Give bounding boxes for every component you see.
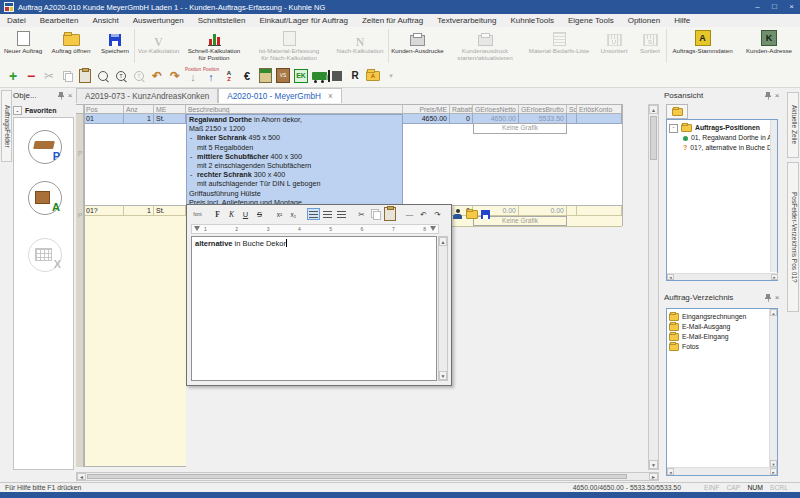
row1-erloeskonto-cell[interactable] — [577, 114, 622, 124]
scroll-thumb[interactable] — [87, 474, 627, 479]
row1-beschreibung-cell[interactable]: Regalwand Dorthe in Ahorn dekor, Maß 215… — [186, 114, 403, 206]
hobelbank-position-button[interactable]: P — [28, 130, 62, 164]
kunden-ausdrucke-button[interactable]: Kunden-Ausdrucke — [388, 29, 446, 63]
close-panel-icon[interactable]: × — [772, 293, 782, 302]
artikel-button[interactable]: A — [28, 181, 62, 215]
list-vertical-scrollbar[interactable]: ▲ ▼ — [769, 309, 777, 467]
vs-schrank-button[interactable]: VS — [274, 66, 292, 86]
row2-schl-cell[interactable] — [567, 206, 577, 216]
posansicht-folder-button[interactable] — [666, 104, 688, 119]
tab-a2020-010[interactable]: A2020-010 - MeyerGmbH× — [218, 88, 342, 103]
row1-schl-cell[interactable] — [567, 114, 577, 124]
row2-anz-cell[interactable]: 1 — [124, 206, 154, 216]
collapse-button[interactable]: - — [13, 106, 22, 115]
neuer-auftrag-button[interactable]: Neuer Auftrag — [0, 29, 46, 63]
kosten-button[interactable] — [256, 66, 274, 86]
minimize-button[interactable]: – — [749, 0, 766, 14]
auftrag-oeffnen-button[interactable]: Auftrag öffnen — [46, 29, 96, 63]
sort-az-button[interactable]: AZ — [220, 66, 238, 86]
remove-button[interactable]: − — [22, 66, 40, 86]
scroll-thumb[interactable] — [650, 116, 657, 160]
schnell-kalkulation-button[interactable]: Schnell-Kalkulation für Position — [182, 29, 246, 63]
indent-marker[interactable] — [194, 226, 200, 231]
menu-zeiten[interactable]: Zeiten für Auftrag — [355, 14, 430, 27]
aktuelle-zeile-vertical-tab[interactable]: Aktuelle Zeile — [787, 92, 799, 158]
ek-uebernahme-button[interactable]: EK — [292, 66, 310, 86]
menu-kuhnletools[interactable]: KuhnleTools — [503, 14, 561, 27]
position-down-button[interactable]: Position↓ — [184, 66, 202, 86]
tree-horizontal-scrollbar[interactable]: ◄ ► — [667, 273, 778, 280]
zoom-text-button[interactable]: T — [112, 66, 130, 86]
euro-preise-button[interactable]: € — [238, 66, 256, 86]
auftragsfelder-vertical-tab[interactable]: AuftragsFelder — [1, 90, 12, 162]
ruler[interactable]: 12345678 — [191, 224, 439, 234]
open-text-button[interactable] — [465, 208, 478, 220]
tree-item-pos01-alt[interactable]: ? 01?, alternative in Buche Dekor — [669, 143, 775, 153]
folder-item-email-ausgang[interactable]: E-Mail-Ausgang — [669, 322, 775, 332]
editor-scrollbar[interactable]: ▲ ▼ — [438, 236, 448, 381]
zoom-button[interactable] — [94, 66, 112, 86]
maximize-button[interactable]: □ — [766, 0, 783, 14]
menu-bearbeiten[interactable]: Bearbeiten — [33, 14, 86, 27]
redo-button[interactable]: ↷ — [166, 66, 184, 86]
more-dropdown[interactable]: ▾ — [382, 66, 400, 86]
scroll-left-icon[interactable]: ◄ — [77, 473, 86, 480]
auftrags-stammdaten-button[interactable]: AAuftrags-Stammdaten — [666, 29, 738, 63]
lieferung-button[interactable] — [310, 66, 328, 86]
folder-item-eingangsrechnungen[interactable]: Eingangsrechnungen — [669, 312, 775, 322]
subscript-button[interactable]: x₂ — [287, 208, 300, 220]
italic-button[interactable]: K — [225, 208, 238, 220]
list-horizontal-scrollbar[interactable]: ◄ ► — [667, 467, 777, 475]
tree-vertical-scrollbar[interactable] — [770, 120, 777, 272]
menu-ansicht[interactable]: Ansicht — [85, 14, 125, 27]
scroll-left-icon[interactable]: ◄ — [667, 468, 674, 475]
menu-eigene-tools[interactable]: Eigene Tools — [561, 14, 621, 27]
scroll-right-icon[interactable]: ► — [771, 274, 778, 280]
pin-icon[interactable] — [57, 91, 65, 101]
undo-button[interactable]: ↶ — [148, 66, 166, 86]
scroll-down-icon[interactable]: ▼ — [770, 460, 777, 467]
rechnung-import-button[interactable]: R — [346, 66, 364, 86]
menu-einkauf-lager[interactable]: Einkauf/Lager für Auftrag — [252, 14, 355, 27]
close-panel-icon[interactable]: × — [65, 91, 75, 100]
speichern-button[interactable]: Speichern — [96, 29, 134, 63]
row1-rabatt-cell[interactable]: 0 — [450, 114, 473, 124]
folder-item-fotos[interactable]: Fotos — [669, 342, 775, 352]
row1-pos-cell[interactable]: 01 — [84, 114, 124, 124]
menu-schnittstellen[interactable]: Schnittstellen — [191, 14, 253, 27]
right-margin-marker[interactable] — [430, 226, 436, 231]
align-center-button[interactable] — [321, 208, 334, 220]
stapler-button[interactable] — [328, 66, 346, 86]
scroll-down-icon[interactable]: ▼ — [649, 460, 658, 469]
tab-a2019-073[interactable]: A2019-073 - KunzAndreasKonken — [76, 88, 218, 103]
kunden-adresse-button[interactable]: KKunden-Adresse — [738, 29, 800, 63]
align-right-button[interactable] — [335, 208, 348, 220]
collapse-icon[interactable]: - — [669, 124, 678, 133]
menu-datei[interactable]: Datei — [0, 14, 33, 27]
editor-text-area[interactable]: alternative in Buche Dekor — [191, 236, 437, 381]
table-vertical-scrollbar[interactable]: ▲ ▼ — [648, 104, 659, 470]
pin-icon[interactable] — [764, 293, 772, 303]
underline-button[interactable]: U — [239, 208, 252, 220]
bold-button[interactable]: F — [211, 208, 224, 220]
scroll-up-icon[interactable]: ▲ — [649, 105, 658, 114]
scroll-down-icon[interactable]: ▼ — [439, 371, 447, 380]
align-left-button[interactable] — [307, 208, 320, 220]
horizontal-rule-button[interactable]: — — [403, 208, 416, 220]
strikethrough-button[interactable]: S — [253, 208, 266, 220]
font-button[interactable]: font — [191, 208, 204, 220]
row1-me-cell[interactable]: St. — [154, 114, 186, 124]
posfelder-verzeichnis-vertical-tab[interactable]: PosFelder-Verzeichnis Pos 01? — [787, 162, 799, 312]
add-button[interactable]: + — [4, 66, 22, 86]
menu-auswertungen[interactable]: Auswertungen — [126, 14, 191, 27]
paste-button[interactable] — [76, 66, 94, 86]
insert-signature-button[interactable] — [451, 208, 464, 220]
position-up-button[interactable]: Position↑ — [202, 66, 220, 86]
row2-pos-cell[interactable]: 01? — [84, 206, 124, 216]
scroll-right-icon[interactable]: ► — [770, 468, 777, 475]
row1-preis-cell[interactable]: 4650.00 — [403, 114, 450, 124]
tree-root[interactable]: - Auftrags-Positionen — [669, 123, 775, 133]
auftrag-ordner-button[interactable]: A — [364, 66, 382, 86]
row1-anz-cell[interactable]: 1 — [124, 114, 154, 124]
scroll-up-icon[interactable]: ▲ — [439, 237, 447, 246]
